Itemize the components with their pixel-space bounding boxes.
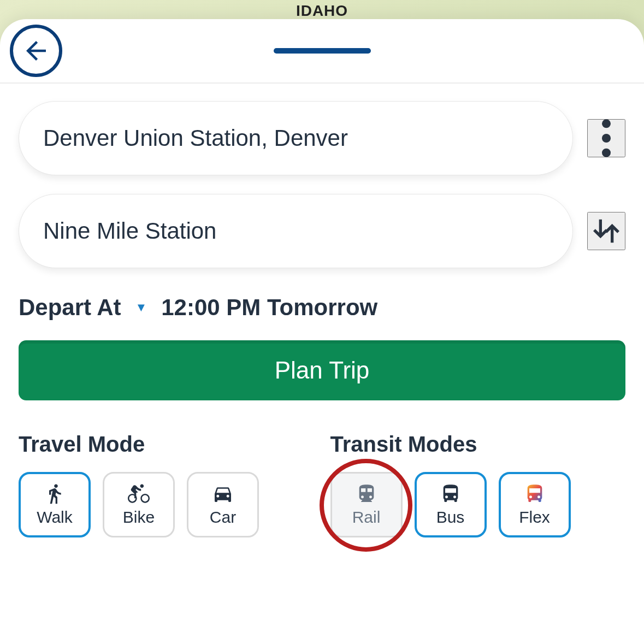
plan-trip-button[interactable]: Plan Trip xyxy=(19,340,625,400)
mode-label: Car xyxy=(210,508,236,527)
dropdown-triangle-icon: ▼ xyxy=(135,300,147,315)
transit-mode-flex[interactable]: Flex xyxy=(499,472,571,537)
swap-locations-button[interactable] xyxy=(587,212,625,250)
arrow-left-icon xyxy=(21,36,51,66)
transit-mode-bus[interactable]: Bus xyxy=(415,472,487,537)
more-vertical-icon xyxy=(602,119,611,157)
travel-mode-walk[interactable]: Walk xyxy=(19,472,91,537)
form-content: Denver Union Station, Denver Nine Mile S… xyxy=(0,84,644,537)
mode-label: Bike xyxy=(123,508,155,527)
walk-icon xyxy=(44,483,66,505)
mode-label: Flex xyxy=(519,508,550,527)
map-label: IDAHO xyxy=(296,2,348,20)
trip-planner-sheet: Denver Union Station, Denver Nine Mile S… xyxy=(0,19,644,644)
transit-modes-title: Transit Modes xyxy=(330,432,626,457)
rail-icon xyxy=(356,483,377,505)
bus-icon xyxy=(440,483,462,505)
mode-label: Walk xyxy=(37,508,73,527)
depart-label: Depart At xyxy=(19,294,121,321)
svg-point-0 xyxy=(602,119,611,128)
origin-input[interactable]: Denver Union Station, Denver xyxy=(19,101,573,175)
mode-label: Rail xyxy=(352,508,381,527)
swap-icon xyxy=(589,214,624,249)
svg-point-2 xyxy=(602,149,611,157)
travel-mode-section: Travel Mode Walk Bike Car xyxy=(19,432,314,537)
bike-icon xyxy=(126,483,151,505)
car-icon xyxy=(211,483,235,505)
destination-value: Nine Mile Station xyxy=(43,218,216,244)
travel-mode-bike[interactable]: Bike xyxy=(103,472,175,537)
flex-icon xyxy=(524,483,546,505)
transit-mode-rail[interactable]: Rail xyxy=(330,472,403,537)
travel-mode-title: Travel Mode xyxy=(19,432,314,457)
svg-point-1 xyxy=(602,134,611,143)
depart-time-value: 12:00 PM Tomorrow xyxy=(161,294,377,321)
back-button[interactable] xyxy=(10,25,62,77)
transit-modes-section: Transit Modes Rail Bus xyxy=(330,432,626,537)
travel-mode-car[interactable]: Car xyxy=(187,472,259,537)
sheet-header xyxy=(0,19,644,84)
destination-input[interactable]: Nine Mile Station xyxy=(19,194,573,268)
more-options-button[interactable] xyxy=(587,119,625,157)
depart-time-selector[interactable]: Depart At ▼ 12:00 PM Tomorrow xyxy=(19,294,625,321)
sheet-grabber[interactable] xyxy=(274,48,371,54)
origin-value: Denver Union Station, Denver xyxy=(43,125,348,151)
mode-label: Bus xyxy=(436,508,465,527)
plan-trip-label: Plan Trip xyxy=(275,357,370,384)
